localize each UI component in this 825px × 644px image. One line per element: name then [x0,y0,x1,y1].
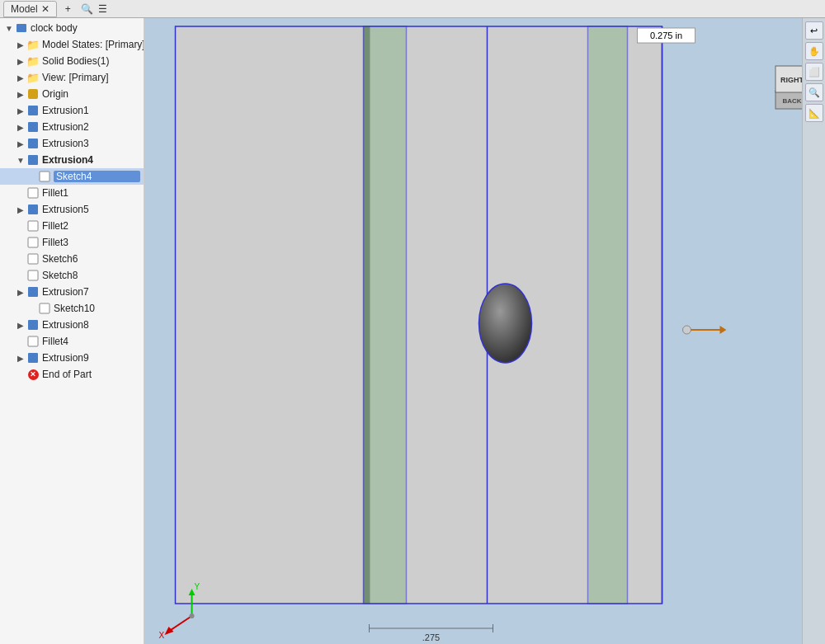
sketch10-label: Sketch10 [54,303,140,314]
svg-rect-7 [28,188,38,198]
sidebar-item-extrusion2[interactable]: ▶ Extrusion2 [0,119,144,135]
sidebar-item-extrusion8[interactable]: ▶ Extrusion8 [0,317,144,333]
svg-point-39 [683,326,691,334]
sidebar-item-fillet4[interactable]: Fillet4 [0,333,144,350]
model-tab-close[interactable]: ✕ [41,3,50,15]
sidebar-item-sketch10[interactable]: Sketch10 [0,300,144,317]
right-toolbar: ↩ ✋ ⬜ 🔍 📐 [802,18,825,644]
sidebar-item-extrusion3[interactable]: ▶ Extrusion3 [0,135,144,152]
search-button[interactable]: 🔍 [81,3,93,15]
toolbar-zoom-btn[interactable]: 🔍 [805,83,823,101]
svg-rect-2 [28,106,38,115]
sketch8-icon [26,269,40,282]
folder-icon: 📁 [26,38,40,51]
expand-icon: ▼ [3,24,15,33]
solid-bodies-label: Solid Bodies(1) [42,55,140,67]
sketch6-icon [26,252,40,266]
svg-rect-16 [28,336,38,346]
extrusion4-label: Extrusion4 [42,154,140,166]
sidebar-item-fillet1[interactable]: Fillet1 [0,185,144,201]
sidebar-item-sketch4[interactable]: Sketch4 [0,168,144,185]
svg-rect-6 [40,172,50,181]
svg-rect-4 [28,139,38,148]
svg-rect-14 [40,303,50,313]
sidebar-item-extrusion9[interactable]: ▶ Extrusion9 [0,350,144,366]
viewport[interactable]: 0.275 in Y X .275 [144,18,825,644]
topbar: Model ✕ + 🔍 ☰ [0,0,825,18]
expand-icon: ▶ [15,123,26,132]
svg-rect-3 [28,122,38,132]
sidebar-item-root[interactable]: ▼ clock body [0,20,144,36]
toolbar-select-btn[interactable]: ⬜ [805,63,823,81]
svg-rect-21 [364,26,407,604]
extrusion7-icon [26,285,40,298]
svg-rect-13 [28,287,38,297]
sidebar-item-solid-bodies[interactable]: ▶ 📁 Solid Bodies(1) [0,53,144,69]
extrusion7-label: Extrusion7 [42,286,140,298]
svg-rect-17 [28,353,38,363]
fillet4-label: Fillet4 [42,336,140,347]
sidebar-item-end-of-part[interactable]: ✕ End of Part [0,366,144,383]
sidebar-item-extrusion1[interactable]: ▶ Extrusion1 [0,102,144,119]
part-view-svg: 0.275 in Y X .275 [144,18,825,644]
toolbar-hand-btn[interactable]: ✋ [805,42,823,60]
svg-text:Y: Y [195,582,200,591]
fillet4-icon [26,335,40,348]
svg-rect-15 [28,320,38,330]
sidebar-item-extrusion5[interactable]: ▶ Extrusion5 [0,201,144,218]
toolbar-rotate-btn[interactable]: ↩ [805,21,823,40]
model-states-label: Model States: [Primary] [42,39,144,50]
view-label: View: [Primary] [42,72,140,83]
sidebar-item-view[interactable]: ▶ 📁 View: [Primary] [0,69,144,86]
extrusion3-icon [26,137,40,150]
extrusion2-icon [26,120,40,134]
sidebar-item-extrusion7[interactable]: ▶ Extrusion7 [0,284,144,300]
svg-text:BACK: BACK [782,97,801,105]
sidebar-item-sketch6[interactable]: Sketch6 [0,251,144,267]
fillet2-label: Fillet2 [42,220,140,232]
extrusion4-icon [26,153,40,167]
folder-icon: 📁 [26,54,40,68]
sidebar-item-fillet2[interactable]: Fillet2 [0,218,144,234]
svg-rect-12 [28,270,38,280]
svg-rect-0 [16,24,26,32]
fillet1-icon [26,186,40,200]
extrusion2-label: Extrusion2 [42,121,140,133]
extrusion9-icon [26,351,40,364]
expand-icon: ▶ [15,106,26,115]
expand-icon: ▶ [15,354,26,363]
extrusion8-icon [26,318,40,331]
sketch4-icon [38,170,51,183]
origin-label: Origin [42,88,140,100]
sidebar-item-sketch8[interactable]: Sketch8 [0,267,144,284]
fillet3-icon [26,236,40,249]
sidebar: ▼ clock body ▶ 📁 Model States: [Primary]… [0,18,144,644]
menu-button[interactable]: ☰ [98,3,107,15]
sketch10-icon [38,302,51,315]
folder-icon: 📁 [26,71,40,84]
expand-icon: ▼ [15,156,26,165]
sidebar-item-origin[interactable]: ▶ Origin [0,86,144,102]
sidebar-item-extrusion4[interactable]: ▼ Extrusion4 [0,152,144,168]
extrusion1-label: Extrusion1 [42,105,140,116]
expand-icon: ▶ [15,57,26,66]
extrusion1-icon [26,104,40,117]
expand-icon: ▶ [15,321,26,330]
sketch8-label: Sketch8 [42,270,140,281]
extrusion8-label: Extrusion8 [42,319,140,331]
model-tab-label: Model [11,3,38,15]
expand-icon: ▶ [15,73,26,82]
sketch6-label: Sketch6 [42,253,140,265]
add-tab-button[interactable]: + [62,3,74,15]
sidebar-item-model-states[interactable]: ▶ 📁 Model States: [Primary] [0,36,144,53]
expand-icon: ▶ [15,40,26,49]
svg-rect-1 [28,89,38,99]
model-tab[interactable]: Model ✕ [3,1,57,17]
toolbar-measure-btn[interactable]: 📐 [805,104,823,122]
svg-point-25 [479,284,532,363]
extrusion5-icon [26,203,40,216]
svg-point-34 [190,613,195,618]
fillet2-icon [26,219,40,233]
svg-text:RIGHT: RIGHT [780,76,804,84]
sidebar-item-fillet3[interactable]: Fillet3 [0,234,144,251]
